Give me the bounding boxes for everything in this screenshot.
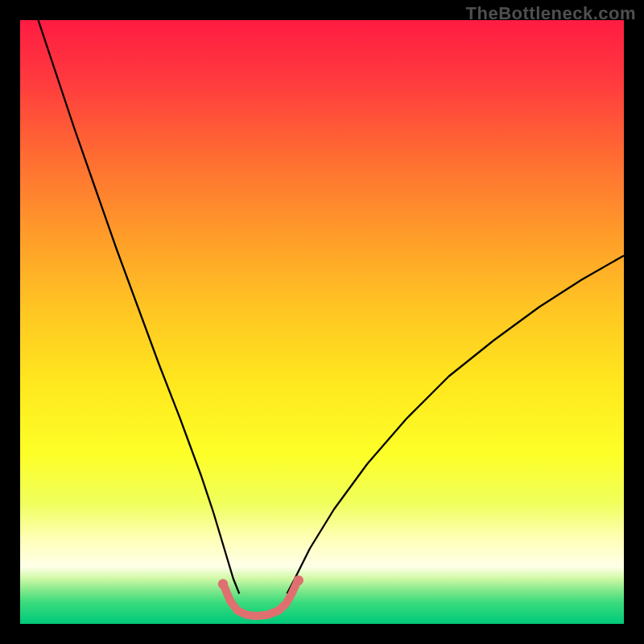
watermark-text: TheBottleneck.com <box>466 3 636 24</box>
trough-endpoint-1 <box>294 576 303 585</box>
chart-svg <box>20 20 624 624</box>
chart-stage: TheBottleneck.com <box>0 0 644 644</box>
gradient-bg <box>20 20 624 624</box>
trough-endpoint-0 <box>218 579 228 588</box>
